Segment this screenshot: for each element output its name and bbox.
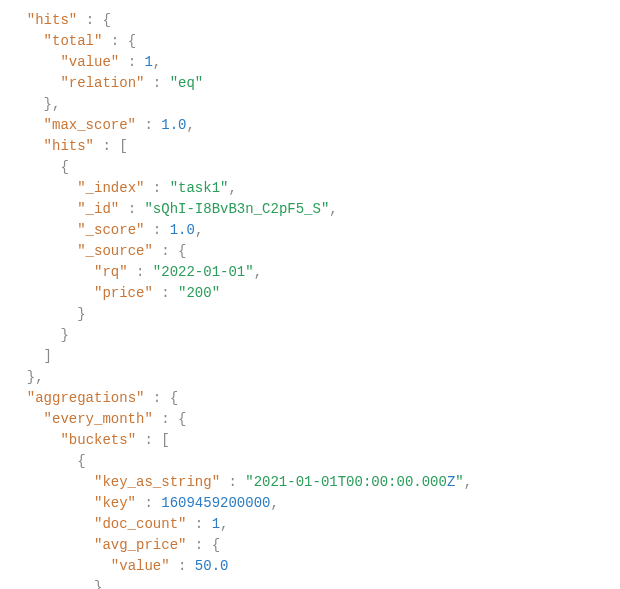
json-string: "2021-01-01T00:00:00.000 xyxy=(245,474,447,490)
json-number: 1.0 xyxy=(161,117,186,133)
code-line: "value" : 1, xyxy=(10,52,610,73)
json-string: "eq" xyxy=(170,75,204,91)
json-key: "every_month" xyxy=(44,411,153,427)
json-key: "rq" xyxy=(94,264,128,280)
code-line: }, xyxy=(10,94,610,115)
code-line: "key_as_string" : "2021-01-01T00:00:00.0… xyxy=(10,472,610,493)
code-line: "_source" : { xyxy=(10,241,610,262)
code-line: "value" : 50.0 xyxy=(10,556,610,577)
code-line: } xyxy=(10,325,610,346)
json-number: 1.0 xyxy=(170,222,195,238)
code-line: "_index" : "task1", xyxy=(10,178,610,199)
json-key: "doc_count" xyxy=(94,516,186,532)
code-line: { xyxy=(10,451,610,472)
json-key: "avg_price" xyxy=(94,537,186,553)
json-key: "buckets" xyxy=(60,432,136,448)
json-string: " xyxy=(455,474,463,490)
json-key: "key_as_string" xyxy=(94,474,220,490)
code-line: "_id" : "sQhI-I8BvB3n_C2pF5_S", xyxy=(10,199,610,220)
json-key: "_id" xyxy=(77,201,119,217)
code-line: "avg_price" : { xyxy=(10,535,610,556)
code-line: { xyxy=(10,157,610,178)
json-key: "price" xyxy=(94,285,153,301)
json-key: "max_score" xyxy=(44,117,136,133)
code-line: "rq" : "2022-01-01", xyxy=(10,262,610,283)
json-string: "sQhI-I8BvB3n_C2pF5_S" xyxy=(144,201,329,217)
code-line: "every_month" : { xyxy=(10,409,610,430)
json-key: "_score" xyxy=(77,222,144,238)
json-key: "relation" xyxy=(60,75,144,91)
json-key: "value" xyxy=(111,558,170,574)
code-line: "buckets" : [ xyxy=(10,430,610,451)
code-line: ] xyxy=(10,346,610,367)
json-number: 1 xyxy=(212,516,220,532)
code-line: "aggregations" : { xyxy=(10,388,610,409)
code-line: "relation" : "eq" xyxy=(10,73,610,94)
json-key: "total" xyxy=(44,33,103,49)
code-line: } xyxy=(10,577,610,589)
code-line: }, xyxy=(10,367,610,388)
json-number: 50.0 xyxy=(195,558,229,574)
json-code-block: "hits" : { "total" : { "value" : 1, "rel… xyxy=(10,10,610,589)
code-line: } xyxy=(10,304,610,325)
code-line: "_score" : 1.0, xyxy=(10,220,610,241)
json-key: "value" xyxy=(60,54,119,70)
json-key: "_index" xyxy=(77,180,144,196)
code-line: "total" : { xyxy=(10,31,610,52)
json-number: 1 xyxy=(144,54,152,70)
json-number: 1609459200000 xyxy=(161,495,270,511)
code-line: "price" : "200" xyxy=(10,283,610,304)
json-string: "2022-01-01" xyxy=(153,264,254,280)
code-line: "key" : 1609459200000, xyxy=(10,493,610,514)
json-key: "_source" xyxy=(77,243,153,259)
json-key: "hits" xyxy=(27,12,77,28)
json-key: "key" xyxy=(94,495,136,511)
json-key: "hits" xyxy=(44,138,94,154)
code-line: "hits" : { xyxy=(10,10,610,31)
code-line: "hits" : [ xyxy=(10,136,610,157)
json-key: "aggregations" xyxy=(27,390,145,406)
code-line: "max_score" : 1.0, xyxy=(10,115,610,136)
code-line: "doc_count" : 1, xyxy=(10,514,610,535)
json-string: "200" xyxy=(178,285,220,301)
json-string: "task1" xyxy=(170,180,229,196)
